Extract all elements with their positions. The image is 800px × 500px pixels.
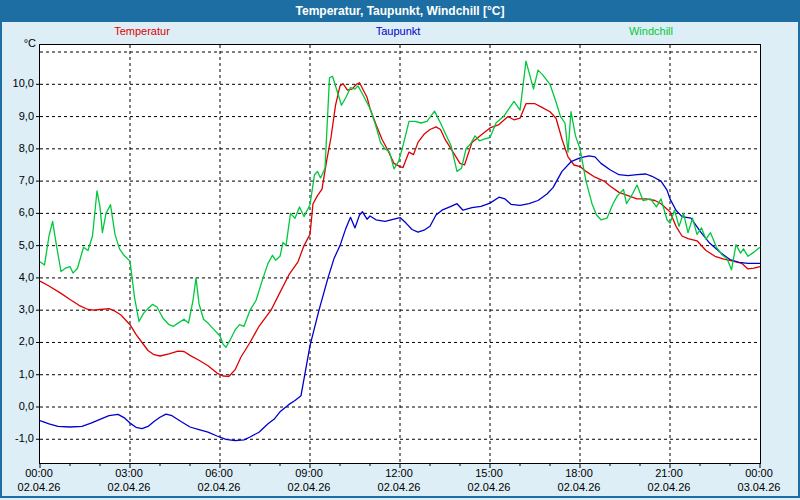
x-tick-time-label: 06:00 bbox=[187, 467, 251, 479]
x-tick-date-label: 03.04.26 bbox=[727, 481, 791, 493]
x-tick-time-label: 00:00 bbox=[7, 467, 71, 479]
legend-label-taupunkt: Taupunkt bbox=[328, 24, 468, 38]
y-tick-label: 8,0 bbox=[2, 142, 34, 154]
y-tick-label: 4,0 bbox=[2, 271, 34, 283]
y-tick-label: 1,0 bbox=[2, 368, 34, 380]
legend-label-windchill: Windchill bbox=[581, 24, 721, 38]
x-tick-date-label: 02.04.26 bbox=[367, 481, 431, 493]
series-line-temperatur bbox=[40, 83, 760, 377]
y-tick-label: 0,0 bbox=[2, 400, 34, 412]
y-tick-label: 5,0 bbox=[2, 239, 34, 251]
x-tick-time-label: 15:00 bbox=[457, 467, 521, 479]
weather-chart-window: { "window": { "title": "Temperatur, Taup… bbox=[0, 0, 800, 500]
window-title: Temperatur, Taupunkt, Windchill [°C] bbox=[296, 4, 505, 18]
y-tick-label: 6,0 bbox=[2, 206, 34, 218]
x-tick-date-label: 02.04.26 bbox=[277, 481, 341, 493]
y-tick-label: 9,0 bbox=[2, 110, 34, 122]
x-tick-time-label: 03:00 bbox=[97, 467, 161, 479]
x-tick-time-label: 12:00 bbox=[367, 467, 431, 479]
chart-canvas bbox=[40, 45, 760, 463]
x-tick-time-label: 21:00 bbox=[637, 467, 701, 479]
window-title-bar: Temperatur, Taupunkt, Windchill [°C] bbox=[0, 0, 800, 22]
y-tick-label: 2,0 bbox=[2, 335, 34, 347]
x-tick-time-label: 00:00 bbox=[727, 467, 791, 479]
y-axis-unit-label: °C bbox=[2, 37, 36, 49]
y-tick-label: 3,0 bbox=[2, 303, 34, 315]
x-tick-date-label: 02.04.26 bbox=[97, 481, 161, 493]
x-tick-date-label: 02.04.26 bbox=[637, 481, 701, 493]
y-tick-label: 10,0 bbox=[2, 77, 34, 89]
x-tick-date-label: 02.04.26 bbox=[457, 481, 521, 493]
x-tick-date-label: 02.04.26 bbox=[187, 481, 251, 493]
y-tick-label: -1,0 bbox=[2, 432, 34, 444]
x-tick-date-label: 02.04.26 bbox=[547, 481, 611, 493]
x-tick-time-label: 18:00 bbox=[547, 467, 611, 479]
x-tick-time-label: 09:00 bbox=[277, 467, 341, 479]
plot-area bbox=[39, 44, 761, 464]
y-tick-label: 7,0 bbox=[2, 174, 34, 186]
x-tick-date-label: 02.04.26 bbox=[7, 481, 71, 493]
legend-label-temperatur: Temperatur bbox=[72, 24, 212, 38]
